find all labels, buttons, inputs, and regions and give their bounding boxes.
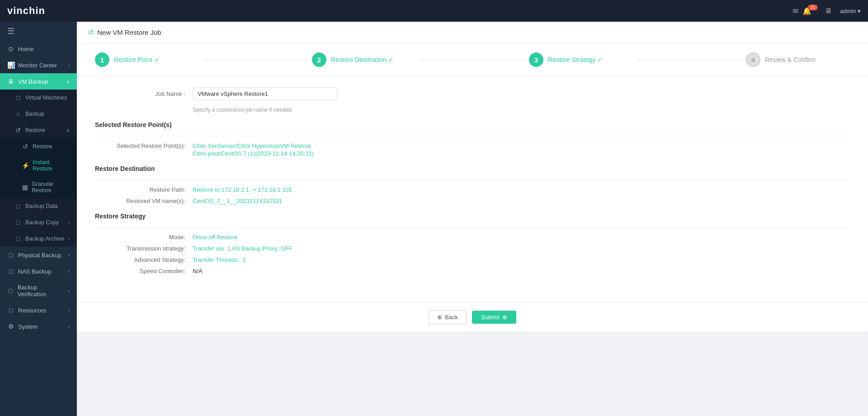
sidebar-item-granular-restore[interactable]: ▦ Granular Restore xyxy=(0,176,77,198)
sidebar-item-nas-backup[interactable]: □ NAS Backup › xyxy=(0,263,77,279)
monitor-icon[interactable]: 🖥 xyxy=(824,6,833,15)
navbar-right: ✉ 🔔21 🖥 admin ▾ xyxy=(791,6,861,15)
speed-value: N/A xyxy=(193,268,203,274)
advanced-value: Transfer Threads : 3 xyxy=(193,256,245,263)
sidebar-label-resources: Resources xyxy=(18,307,46,314)
back-button[interactable]: ⊕ Back xyxy=(429,310,467,324)
sidebar-label-virtual-machines: Virtual Machines xyxy=(25,95,67,101)
app-body: ☰ ⊙ Home 📊 Monitor Center › 🖥 VM Backup … xyxy=(0,22,868,416)
chevron-right-icon3: › xyxy=(68,236,70,241)
restored-vm-row: Restored VM name(s): CentOS_7__1__202311… xyxy=(95,198,850,204)
sidebar-item-backup-archive[interactable]: □ Backup Archive › xyxy=(0,231,77,247)
sidebar-item-restore-sub[interactable]: ↺ Restore xyxy=(0,138,77,155)
nas-backup-icon: □ xyxy=(7,268,14,275)
system-icon: ⚙ xyxy=(7,323,14,330)
virtual-machines-icon: □ xyxy=(14,94,22,101)
submit-button[interactable]: Submit ⊕ xyxy=(472,311,516,324)
restore-points-value: Citrix XenServer/Citrix HypervisorVM Res… xyxy=(193,142,314,157)
sidebar-item-instant-restore[interactable]: ⚡ Instant Restore xyxy=(0,155,77,176)
mode-label: Mode: xyxy=(95,234,185,241)
restore-destination-section-title: Restore Destination xyxy=(95,165,850,175)
main-content: ↺ New VM Restore Job 1 Restore Point ✓ 2… xyxy=(77,22,868,416)
page-refresh-icon[interactable]: ↺ xyxy=(88,28,94,37)
restored-vm-value: CentOS_7__1__20231114142531 xyxy=(193,198,282,204)
chevron-down-icon: ∨ xyxy=(66,79,70,84)
restore-points-row: Selected Restore Point(s): Citrix XenSer… xyxy=(95,142,850,157)
admin-menu[interactable]: admin ▾ xyxy=(840,8,861,14)
transmission-label: Transmission strategy: xyxy=(95,245,185,252)
sidebar-label-instant-restore: Instant Restore xyxy=(33,159,70,172)
sidebar-item-backup[interactable]: ○ Backup xyxy=(0,106,77,122)
sidebar-item-virtual-machines[interactable]: □ Virtual Machines xyxy=(0,90,77,106)
sidebar-label-physical-backup: Physical Backup xyxy=(18,252,61,259)
physical-backup-icon: □ xyxy=(7,251,14,259)
step-label-2: Restore Destination ✓ xyxy=(331,56,394,63)
sidebar-item-backup-data[interactable]: □ Backup Data xyxy=(0,198,77,214)
sidebar-label-granular-restore: Granular Restore xyxy=(32,181,70,194)
job-name-row: Job Name : xyxy=(95,87,850,100)
step-circle-4: 4 xyxy=(746,52,760,67)
sidebar-item-system[interactable]: ⚙ System › xyxy=(0,318,77,335)
backup-archive-icon: □ xyxy=(14,235,22,242)
granular-restore-icon: ▦ xyxy=(22,184,28,191)
vm-backup-icon: 🖥 xyxy=(7,78,14,85)
step-circle-3: 3 xyxy=(529,52,543,67)
advanced-row: Advanced Strategy: Transfer Threads : 3 xyxy=(95,256,850,263)
sidebar-item-restore[interactable]: ↺ Restore ∨ xyxy=(0,122,77,138)
back-circle-icon: ⊕ xyxy=(437,314,442,321)
restore-sub-icon: ↺ xyxy=(22,143,29,150)
notifications-icon[interactable]: 🔔21 xyxy=(807,6,816,15)
step-divider-2 xyxy=(420,60,524,60)
restored-vm-label: Restored VM name(s): xyxy=(95,198,185,204)
sidebar-toggle[interactable]: ☰ xyxy=(0,22,77,41)
chevron-right-icon7: › xyxy=(68,308,70,313)
navbar: vinchin ✉ 🔔21 🖥 admin ▾ xyxy=(0,0,868,22)
sidebar-item-home[interactable]: ⊙ Home xyxy=(0,41,77,57)
wizard-step-2: 2 Restore Destination ✓ xyxy=(312,52,416,67)
backup-verification-icon: □ xyxy=(7,287,14,294)
form-footer: ⊕ Back Submit ⊕ xyxy=(77,303,868,331)
chevron-right-icon5: › xyxy=(68,269,70,274)
wizard-step-1: 1 Restore Point ✓ xyxy=(95,52,199,67)
wizard-step-4: 4 Review & Confirm xyxy=(746,52,850,67)
monitor-center-icon: 📊 xyxy=(7,61,14,69)
step-divider-1 xyxy=(203,60,307,60)
step-label-3: Restore Strategy ✓ xyxy=(548,56,603,63)
chevron-right-icon8: › xyxy=(68,324,70,329)
sidebar-label-monitor-center: Monitor Center xyxy=(18,62,57,69)
restore-point-line2: Citrix-pool/CentOS 7 (1)(2023-11-14 14:2… xyxy=(193,150,314,157)
sidebar-item-backup-verification[interactable]: □ Backup Verification › xyxy=(0,279,77,302)
resources-icon: □ xyxy=(7,307,14,314)
sidebar-item-physical-backup[interactable]: □ Physical Backup › xyxy=(0,247,77,263)
transmission-value: Transfer via : LAN Backup Proxy: OFF xyxy=(193,245,292,252)
mode-row: Mode: Once-off Restore xyxy=(95,234,850,241)
page-header: ↺ New VM Restore Job xyxy=(77,22,868,43)
submit-arrow-icon: ⊕ xyxy=(502,314,507,321)
sidebar-item-vm-backup[interactable]: 🖥 VM Backup ∨ xyxy=(0,73,77,90)
restore-point-line1: Citrix XenServer/Citrix HypervisorVM Res… xyxy=(193,142,314,149)
restore-points-label: Selected Restore Point(s): xyxy=(95,142,185,157)
chevron-down-icon2: ∨ xyxy=(66,128,70,133)
step-divider-3 xyxy=(637,60,741,60)
job-name-input[interactable] xyxy=(193,87,337,100)
chevron-right-icon4: › xyxy=(68,253,70,258)
step-label-1: Restore Point ✓ xyxy=(114,56,160,63)
step-label-4: Review & Confirm xyxy=(765,56,816,63)
restore-path-value: Restore to 172.18.2.1 -> 172.18.1.101 xyxy=(193,186,292,193)
page-title: New VM Restore Job xyxy=(97,28,161,36)
sidebar-label-backup-archive: Backup Archive xyxy=(25,236,64,242)
brand-vin: vin xyxy=(7,5,23,16)
restore-path-row: Restore Path: Restore to 172.18.2.1 -> 1… xyxy=(95,186,850,193)
sidebar-label-backup: Backup xyxy=(25,111,44,117)
sidebar-label-nas-backup: NAS Backup xyxy=(18,268,52,275)
sidebar-label-restore-sub: Restore xyxy=(33,143,52,150)
transmission-row: Transmission strategy: Transfer via : LA… xyxy=(95,245,850,252)
sidebar-item-backup-copy[interactable]: □ Backup Copy › xyxy=(0,214,77,231)
restore-points-section-title: Selected Restore Point(s) xyxy=(95,121,850,131)
chevron-right-icon: › xyxy=(68,63,70,68)
messages-icon[interactable]: ✉ xyxy=(791,6,800,15)
sidebar-item-resources[interactable]: □ Resources › xyxy=(0,302,77,318)
sidebar-item-monitor-center[interactable]: 📊 Monitor Center › xyxy=(0,57,77,73)
speed-label: Speed Controller: xyxy=(95,268,185,274)
restore-path-label: Restore Path: xyxy=(95,186,185,193)
